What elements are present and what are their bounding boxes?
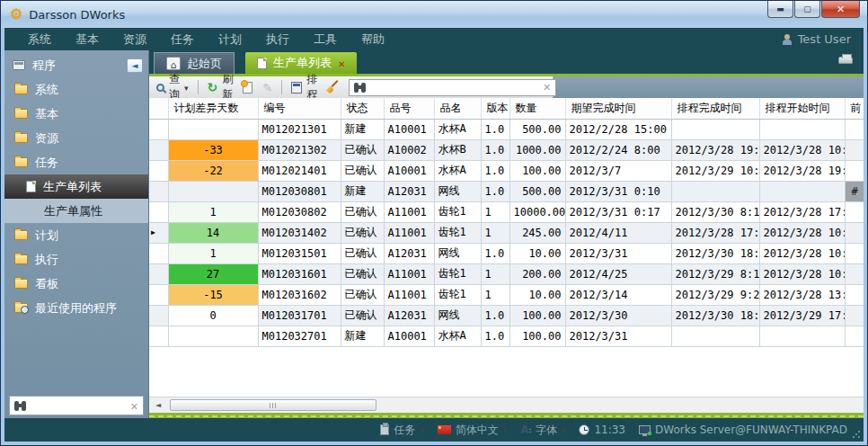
sidebar-item[interactable]: 生产单列表	[4, 174, 148, 199]
menu-item[interactable]: 计划	[218, 31, 242, 48]
menu-item[interactable]: 帮助	[361, 31, 385, 48]
home-icon	[166, 57, 181, 70]
row-selector-cell[interactable]	[149, 201, 168, 222]
query-dropdown-icon[interactable]	[184, 81, 189, 94]
sidebar-item[interactable]: 资源	[4, 126, 148, 150]
app-window: Darsson DWorks ▬ ▢ ✕ 系统基本资源任务计划执行工具帮助 Te…	[0, 0, 868, 446]
edit-button[interactable]	[259, 79, 276, 96]
row-selector-cell[interactable]	[149, 263, 168, 284]
sidebar-item[interactable]: 看板	[4, 272, 148, 296]
sidebar-item-label: 生产单属性	[44, 203, 102, 219]
table-row[interactable]: M012032701新建A10001水杯A1.0100.002012/3/31	[149, 326, 864, 346]
task-caret-icon	[420, 424, 424, 436]
scroll-left-icon[interactable]	[151, 398, 165, 412]
table-row[interactable]: 1M012031501已确认A12031网线1.010.002012/3/312…	[149, 243, 864, 263]
sidebar-item[interactable]: 计划	[4, 223, 148, 247]
table-row[interactable]: 1M012030802已确认A11001齿轮1110000.002012/3/3…	[149, 201, 864, 222]
row-selector-cell[interactable]	[149, 181, 168, 201]
folder-icon	[14, 279, 28, 289]
quantity-cell: 500.00	[509, 119, 565, 139]
table-row[interactable]: 14M012031402已确认A11001齿轮11245.002012/4/11…	[149, 222, 864, 243]
menu-item[interactable]: 系统	[28, 31, 51, 48]
maximize-button[interactable]: ▢	[794, 1, 820, 18]
table-row[interactable]: -33M012021302已确认A10002水杯B1.01000.002012/…	[149, 139, 864, 160]
table-row[interactable]: -15M012031602已确认A11001齿轮1110.002012/3/14…	[149, 284, 864, 305]
menu-item[interactable]: 任务	[171, 31, 194, 48]
schedule-finish-cell: 2012/3/29 8:15	[671, 263, 759, 284]
table-row[interactable]: M012021301新建A10001水杯A1.0500.002012/2/28 …	[149, 119, 864, 139]
user-box[interactable]: Test User	[782, 28, 851, 50]
menu-item[interactable]: 基本	[75, 31, 99, 48]
column-header[interactable]: 版本	[481, 98, 509, 119]
close-button[interactable]: ✕	[821, 1, 860, 18]
row-selector-cell[interactable]	[149, 326, 168, 346]
item-name-cell: 齿轮1	[434, 263, 481, 284]
sidebar-item[interactable]: 最近使用的程序	[4, 296, 148, 320]
toolbar-search-input[interactable]	[371, 81, 538, 94]
row-selector-cell[interactable]	[149, 119, 168, 139]
tab-production-order-list[interactable]: 生产单列表	[245, 52, 357, 74]
schedule-finish-cell: 2012/3/28 19:10	[671, 139, 759, 160]
language-dropdown[interactable]: 简体中文	[438, 423, 508, 438]
table-row[interactable]: M012030801新建A12031网线1.0500.002012/3/31 0…	[149, 181, 864, 201]
column-header[interactable]: 品号	[384, 98, 434, 119]
expected-finish-cell: 2012/3/31	[565, 243, 671, 263]
sidebar-item[interactable]: 任务	[4, 150, 148, 174]
status-cell: 已确认	[341, 222, 384, 243]
column-header[interactable]: 状态	[341, 98, 384, 119]
printer-icon[interactable]	[838, 57, 853, 64]
task-dropdown[interactable]: 任务	[380, 423, 424, 438]
row-selector-cell[interactable]	[149, 139, 168, 160]
menu-item[interactable]: 执行	[266, 31, 289, 48]
clipboard-icon	[380, 424, 389, 435]
toolbar-search-clear-icon[interactable]	[543, 81, 551, 94]
column-header[interactable]: 计划差异天数	[168, 98, 258, 119]
font-dropdown[interactable]: 字体	[520, 423, 565, 438]
sidebar-search-clear-icon[interactable]	[130, 399, 138, 413]
new-button[interactable]	[239, 80, 256, 95]
column-header[interactable]: 品名	[434, 98, 481, 119]
quantity-cell: 10.00	[509, 243, 565, 263]
sidebar-item[interactable]: 基本	[4, 102, 148, 126]
sidebar-item[interactable]: 系统	[4, 77, 148, 102]
status-cell: 已确认	[341, 305, 384, 326]
tab-start-page[interactable]: 起始页	[154, 52, 235, 74]
broom-icon	[327, 81, 340, 94]
order-no-cell: M012031701	[258, 305, 341, 326]
current-row-marker[interactable]	[149, 222, 168, 243]
diff-days-cell: 0	[168, 305, 258, 326]
resize-grip[interactable]	[852, 430, 861, 439]
row-selector-cell[interactable]	[149, 160, 168, 181]
column-header[interactable]: 前	[845, 98, 864, 119]
server-label: DWorks Server@FUNWAY-THINKPAD	[655, 424, 847, 436]
server-icon	[639, 425, 651, 434]
sidebar-item[interactable]: 执行	[4, 247, 148, 272]
folder-icon	[14, 230, 28, 240]
column-header[interactable]: 排程开始时间	[759, 98, 845, 119]
row-selector-cell[interactable]	[149, 243, 168, 263]
sidebar-item[interactable]: 生产单属性	[4, 199, 148, 223]
column-header[interactable]: 期望完成时间	[565, 98, 671, 119]
table-row[interactable]: 0M012031701已确认A12031网线1.0100.002012/3/30…	[149, 305, 864, 326]
row-selector-cell[interactable]	[149, 284, 168, 305]
column-header[interactable]: 编号	[258, 98, 341, 119]
horizontal-scrollbar[interactable]	[149, 397, 864, 413]
sidebar-search-input[interactable]	[31, 399, 126, 412]
overflow-cell	[845, 305, 864, 326]
item-no-cell: A11001	[384, 263, 434, 284]
item-name-cell: 网线	[434, 243, 481, 263]
column-header[interactable]: 排程完成时间	[671, 98, 759, 119]
column-header[interactable]: 数量	[509, 98, 565, 119]
scrollbar-thumb[interactable]	[170, 399, 376, 411]
menu-item[interactable]: 工具	[314, 31, 337, 48]
clear-schedule-button[interactable]	[323, 79, 343, 95]
table-row[interactable]: 27M012031601已确认A11001齿轮11200.002012/4/25…	[149, 263, 864, 284]
version-cell: 1	[481, 222, 509, 243]
sidebar-collapse-button[interactable]	[127, 58, 143, 73]
menu-item[interactable]: 资源	[123, 31, 146, 48]
table-row[interactable]: -22M012021401已确认A10001水杯A1.0100.002012/3…	[149, 160, 864, 181]
row-selector-cell[interactable]	[149, 305, 168, 326]
minimize-button[interactable]: ▬	[767, 1, 793, 18]
item-no-cell: A12031	[384, 243, 434, 263]
tab-close-icon[interactable]	[338, 57, 345, 70]
